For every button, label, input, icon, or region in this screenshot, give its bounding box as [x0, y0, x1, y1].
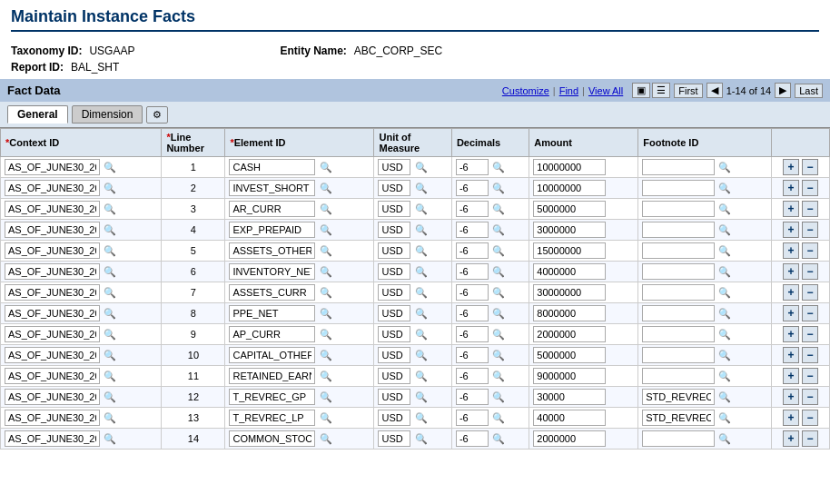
- amount-input[interactable]: [533, 430, 606, 447]
- element-input[interactable]: [229, 222, 315, 238]
- uom-input[interactable]: [378, 389, 410, 405]
- decimals-input[interactable]: [456, 368, 489, 384]
- decimals-input[interactable]: [456, 326, 489, 342]
- footnote-search-icon[interactable]: 🔍: [717, 264, 732, 279]
- footnote-search-icon[interactable]: 🔍: [717, 410, 732, 425]
- decimals-search-icon[interactable]: 🔍: [491, 306, 506, 321]
- uom-search-icon[interactable]: 🔍: [414, 264, 429, 279]
- footnote-search-icon[interactable]: 🔍: [717, 327, 732, 341]
- delete-row-button[interactable]: −: [802, 410, 818, 426]
- footnote-input[interactable]: [642, 263, 715, 280]
- decimals-search-icon[interactable]: 🔍: [491, 348, 506, 362]
- customize-link[interactable]: Customize: [502, 85, 549, 96]
- decimals-search-icon[interactable]: 🔍: [491, 369, 506, 383]
- decimals-input[interactable]: [456, 305, 489, 321]
- context-search-icon[interactable]: 🔍: [103, 390, 117, 404]
- decimals-input[interactable]: [456, 201, 489, 217]
- footnote-search-icon[interactable]: 🔍: [717, 431, 732, 446]
- amount-input[interactable]: [533, 263, 606, 280]
- uom-search-icon[interactable]: 🔍: [414, 222, 429, 237]
- element-search-icon[interactable]: 🔍: [319, 410, 333, 425]
- amount-input[interactable]: [533, 284, 606, 301]
- footnote-search-icon[interactable]: 🔍: [717, 348, 732, 362]
- amount-input[interactable]: [533, 410, 606, 426]
- tab-dimension[interactable]: Dimension: [72, 105, 143, 124]
- element-input[interactable]: [229, 347, 315, 363]
- decimals-input[interactable]: [456, 389, 489, 405]
- decimals-input[interactable]: [456, 159, 489, 175]
- footnote-input[interactable]: [642, 222, 715, 238]
- decimals-search-icon[interactable]: 🔍: [491, 327, 506, 341]
- add-row-button[interactable]: +: [783, 368, 799, 384]
- last-button[interactable]: Last: [795, 84, 823, 98]
- next-button[interactable]: ▶: [775, 83, 791, 98]
- uom-input[interactable]: [378, 284, 410, 301]
- uom-search-icon[interactable]: 🔍: [414, 181, 429, 195]
- add-row-button[interactable]: +: [783, 222, 799, 238]
- first-button[interactable]: First: [674, 84, 702, 98]
- footnote-search-icon[interactable]: 🔍: [717, 285, 732, 300]
- element-input[interactable]: [229, 180, 315, 196]
- decimals-search-icon[interactable]: 🔍: [491, 202, 506, 216]
- delete-row-button[interactable]: −: [802, 180, 818, 196]
- element-input[interactable]: [229, 368, 315, 384]
- context-search-icon[interactable]: 🔍: [103, 222, 117, 237]
- context-input[interactable]: [5, 326, 100, 342]
- decimals-search-icon[interactable]: 🔍: [491, 264, 506, 279]
- delete-row-button[interactable]: −: [802, 263, 818, 280]
- context-search-icon[interactable]: 🔍: [103, 410, 117, 425]
- element-search-icon[interactable]: 🔍: [319, 181, 333, 195]
- amount-input[interactable]: [533, 242, 606, 259]
- uom-search-icon[interactable]: 🔍: [414, 160, 429, 174]
- uom-search-icon[interactable]: 🔍: [414, 369, 429, 383]
- footnote-input[interactable]: [642, 410, 715, 426]
- amount-input[interactable]: [533, 180, 606, 196]
- context-search-icon[interactable]: 🔍: [103, 264, 117, 279]
- footnote-input[interactable]: [642, 242, 715, 259]
- footnote-search-icon[interactable]: 🔍: [717, 222, 732, 237]
- add-row-button[interactable]: +: [783, 430, 799, 447]
- element-search-icon[interactable]: 🔍: [319, 264, 333, 279]
- uom-search-icon[interactable]: 🔍: [414, 327, 429, 341]
- element-search-icon[interactable]: 🔍: [319, 306, 333, 321]
- uom-input[interactable]: [378, 159, 410, 175]
- decimals-input[interactable]: [456, 222, 489, 238]
- tab-settings-icon[interactable]: ⚙: [146, 106, 168, 124]
- prev-button[interactable]: ◀: [706, 83, 723, 98]
- context-search-icon[interactable]: 🔍: [103, 181, 117, 195]
- add-row-button[interactable]: +: [783, 242, 799, 259]
- footnote-input[interactable]: [642, 180, 715, 196]
- amount-input[interactable]: [533, 201, 606, 217]
- amount-input[interactable]: [533, 222, 606, 238]
- element-input[interactable]: [229, 201, 315, 217]
- element-input[interactable]: [229, 242, 315, 259]
- element-search-icon[interactable]: 🔍: [319, 222, 333, 237]
- context-input[interactable]: [5, 284, 100, 301]
- footnote-input[interactable]: [642, 305, 715, 321]
- uom-search-icon[interactable]: 🔍: [414, 306, 429, 321]
- element-input[interactable]: [229, 430, 315, 447]
- decimals-search-icon[interactable]: 🔍: [491, 160, 506, 174]
- amount-input[interactable]: [533, 368, 606, 384]
- add-row-button[interactable]: +: [783, 305, 799, 321]
- footnote-search-icon[interactable]: 🔍: [717, 202, 732, 216]
- decimals-search-icon[interactable]: 🔍: [491, 410, 506, 425]
- uom-search-icon[interactable]: 🔍: [414, 202, 429, 216]
- context-search-icon[interactable]: 🔍: [103, 348, 117, 362]
- uom-search-icon[interactable]: 🔍: [414, 285, 429, 300]
- element-input[interactable]: [229, 284, 315, 301]
- uom-search-icon[interactable]: 🔍: [414, 243, 429, 258]
- element-input[interactable]: [229, 326, 315, 342]
- icon-list-btn[interactable]: ☰: [652, 83, 670, 98]
- uom-search-icon[interactable]: 🔍: [414, 348, 429, 362]
- footnote-input[interactable]: [642, 159, 715, 175]
- decimals-input[interactable]: [456, 180, 489, 196]
- element-search-icon[interactable]: 🔍: [319, 348, 333, 362]
- element-input[interactable]: [229, 159, 315, 175]
- delete-row-button[interactable]: −: [802, 305, 818, 321]
- uom-input[interactable]: [378, 326, 410, 342]
- context-input[interactable]: [5, 159, 100, 175]
- delete-row-button[interactable]: −: [802, 284, 818, 301]
- uom-input[interactable]: [378, 263, 410, 280]
- context-search-icon[interactable]: 🔍: [103, 327, 117, 341]
